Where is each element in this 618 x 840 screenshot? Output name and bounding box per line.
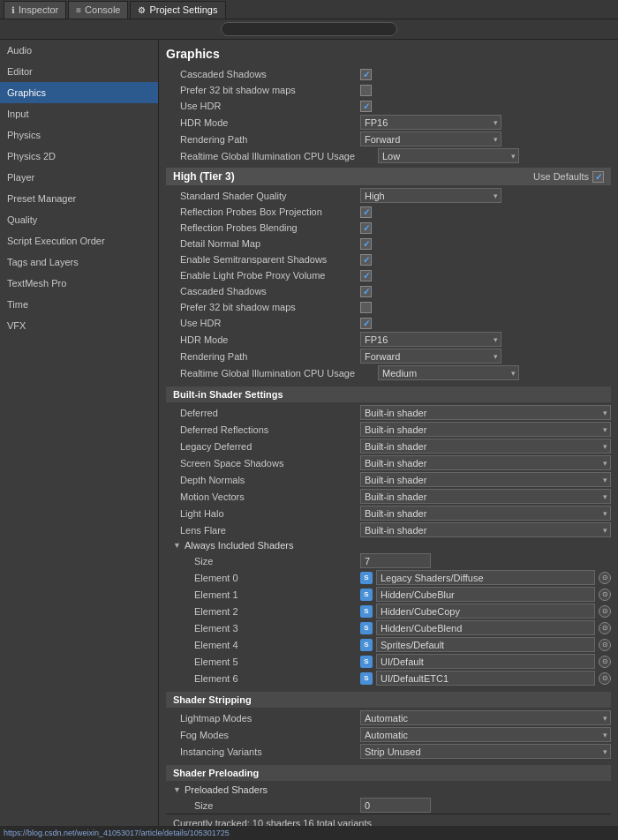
cascaded-high-checkbox[interactable] — [360, 286, 372, 297]
deferred-dropdown[interactable]: Built-in shader — [360, 405, 611, 420]
usehdr-value-medium — [360, 101, 611, 112]
tab-inspector[interactable]: ℹ Inspector — [4, 1, 66, 19]
always-included-foldout[interactable]: ▼ Always Included Shaders — [166, 538, 611, 552]
content-inner: Graphics Cascaded Shadows Prefer 32 bit … — [159, 40, 618, 840]
element3-field: Hidden/CubeBlend — [376, 620, 595, 635]
shader-icon-4: S — [360, 639, 373, 651]
light-probe-label: Enable Light Probe Proxy Volume — [166, 270, 360, 281]
instancing-variants-dropdown[interactable]: Strip Unused — [360, 744, 611, 759]
sidebar-item-input[interactable]: Input — [0, 103, 158, 124]
cascaded-shadows-checkbox[interactable] — [360, 69, 372, 80]
depth-normals-dropdown[interactable]: Built-in shader — [360, 472, 611, 487]
renderpath-dropdown-wrap-medium: Forward — [360, 131, 501, 146]
tier-high-header: High (Tier 3) Use Defaults — [166, 168, 611, 185]
standard-shader-value: High — [360, 188, 611, 203]
screen-space-dropdown[interactable]: Built-in shader — [360, 455, 611, 470]
prop-refprobe-box: Reflection Probes Box Projection — [166, 204, 611, 220]
sidebar-item-audio[interactable]: Audio — [0, 40, 158, 61]
sidebar-item-quality[interactable]: Quality — [0, 209, 158, 230]
element3-circle-btn[interactable]: ⊙ — [599, 622, 611, 634]
usehdr-high-checkbox[interactable] — [360, 318, 372, 329]
element4-circle-btn[interactable]: ⊙ — [599, 639, 611, 651]
sidebar-item-time[interactable]: Time — [0, 294, 158, 315]
sidebar-item-tags[interactable]: Tags and Layers — [0, 251, 158, 273]
prop-light-probe: Enable Light Probe Proxy Volume — [166, 267, 611, 283]
shader-icon-1: S — [360, 589, 373, 601]
deferred-refl-dropdown[interactable]: Built-in shader — [360, 422, 611, 437]
detail-normal-checkbox[interactable] — [360, 238, 372, 250]
page-title: Graphics — [166, 43, 611, 64]
semitransparent-checkbox[interactable] — [360, 254, 372, 266]
sidebar-item-player[interactable]: Player — [0, 167, 158, 188]
sidebar-item-preset-manager[interactable]: Preset Manager — [0, 188, 158, 209]
legacy-deferred-dropdown[interactable]: Built-in shader — [360, 439, 611, 454]
sidebar: Audio Editor Graphics Input Physics Phys… — [0, 40, 159, 840]
renderpath-value-medium: Forward — [360, 131, 611, 146]
shader-element-4: Element 4 S Sprites/Default ⊙ — [166, 636, 611, 653]
main-layout: Audio Editor Graphics Input Physics Phys… — [0, 40, 618, 840]
sidebar-item-vfx[interactable]: VFX — [0, 315, 158, 336]
renderpath-high-dropdown[interactable]: Forward — [360, 349, 501, 364]
preloaded-size-input[interactable] — [360, 798, 431, 813]
hdrmode-high-dropdown[interactable]: FP16 — [360, 332, 501, 347]
always-size-input[interactable] — [360, 553, 431, 568]
standard-shader-dropdown[interactable]: High — [360, 188, 501, 203]
tab-project-settings[interactable]: ⚙ Project Settings — [130, 1, 225, 19]
light-probe-checkbox[interactable] — [360, 270, 372, 281]
light-halo-dropdown[interactable]: Built-in shader — [360, 506, 611, 521]
content-area: Graphics Cascaded Shadows Prefer 32 bit … — [159, 40, 618, 840]
prop-screen-space: Screen Space Shadows Built-in shader — [166, 454, 611, 471]
refprobe-blend-label: Reflection Probes Blending — [166, 222, 360, 233]
element1-value: S Hidden/CubeBlur ⊙ — [360, 587, 611, 602]
prefer32-label-medium: Prefer 32 bit shadow maps — [166, 85, 360, 95]
motion-vectors-dropdown[interactable]: Built-in shader — [360, 489, 611, 504]
shader-icon-5: S — [360, 656, 373, 668]
preloaded-shaders-foldout[interactable]: ▼ Preloaded Shaders — [166, 783, 611, 797]
prefer32-high-checkbox[interactable] — [360, 302, 372, 313]
element2-circle-btn[interactable]: ⊙ — [599, 605, 611, 618]
refprobe-box-checkbox[interactable] — [360, 206, 372, 218]
use-defaults-checkbox[interactable] — [592, 171, 604, 183]
lens-flare-dropdown[interactable]: Built-in shader — [360, 522, 611, 537]
element1-label: Element 1 — [166, 589, 360, 600]
element2-value: S Hidden/CubeCopy ⊙ — [360, 604, 611, 619]
sidebar-item-editor[interactable]: Editor — [0, 61, 158, 82]
element5-circle-btn[interactable]: ⊙ — [599, 656, 611, 668]
search-input[interactable] — [221, 22, 397, 36]
prop-hdrmode-high: HDR Mode FP16 — [166, 331, 611, 348]
lightmap-modes-dropdown[interactable]: Automatic — [360, 710, 611, 725]
element1-circle-btn[interactable]: ⊙ — [599, 589, 611, 601]
realtimegi-high-dropdown[interactable]: Medium — [378, 365, 519, 380]
hdrmode-high-dropdown-wrap: FP16 — [360, 332, 501, 347]
element6-circle-btn[interactable]: ⊙ — [599, 672, 611, 685]
fog-modes-label: Fog Modes — [166, 730, 360, 740]
usehdr-label-medium: Use HDR — [166, 101, 360, 111]
prop-prefer32-medium: Prefer 32 bit shadow maps — [166, 82, 611, 98]
screen-space-label: Screen Space Shadows — [166, 458, 360, 469]
standard-shader-dropdown-wrap: High — [360, 188, 501, 203]
light-halo-dropdown-wrap: Built-in shader — [360, 506, 611, 521]
hdrmode-dropdown-medium[interactable]: FP16 — [360, 115, 501, 130]
fog-modes-dropdown[interactable]: Automatic — [360, 727, 611, 742]
sidebar-item-physics[interactable]: Physics — [0, 124, 158, 146]
prefer32-checkbox-medium[interactable] — [360, 85, 372, 96]
legacy-deferred-label: Legacy Deferred — [166, 441, 360, 452]
sidebar-item-script-exec[interactable]: Script Execution Order — [0, 230, 158, 251]
detail-normal-label: Detail Normal Map — [166, 238, 360, 249]
deferred-refl-value: Built-in shader — [360, 422, 611, 437]
sidebar-item-physics2d[interactable]: Physics 2D — [0, 146, 158, 167]
settings-icon: ⚙ — [138, 5, 146, 15]
prop-cascaded-shadows-medium: Cascaded Shadows — [166, 66, 611, 82]
realtimegi-dropdown-medium[interactable]: Low — [378, 148, 519, 163]
realtimegi-high-value: Medium — [378, 365, 611, 380]
sidebar-item-graphics[interactable]: Graphics — [0, 82, 158, 103]
tab-console[interactable]: ≡ Console — [68, 1, 128, 19]
refprobe-blend-checkbox[interactable] — [360, 222, 372, 234]
lens-flare-dropdown-wrap: Built-in shader — [360, 522, 611, 537]
sidebar-item-textmesh[interactable]: TextMesh Pro — [0, 273, 158, 294]
prop-semitransparent: Enable Semitransparent Shadows — [166, 251, 611, 267]
usehdr-checkbox-medium[interactable] — [360, 101, 372, 112]
renderpath-dropdown-medium[interactable]: Forward — [360, 131, 501, 146]
element0-circle-btn[interactable]: ⊙ — [599, 572, 611, 584]
shader-element-5: Element 5 S UI/Default ⊙ — [166, 653, 611, 670]
